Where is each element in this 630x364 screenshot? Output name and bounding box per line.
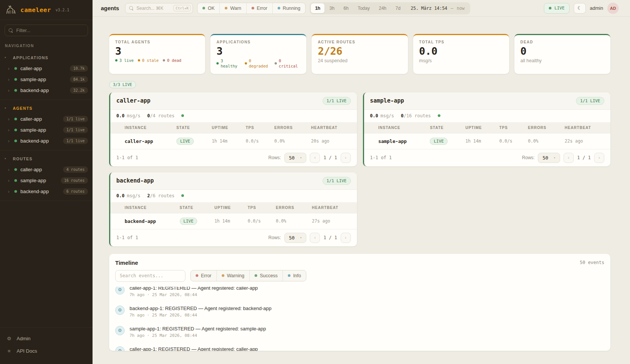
stat-value: 0.0 [419, 45, 503, 57]
timeline-filter-label: Info [293, 273, 301, 278]
timeline-filter-error[interactable]: Error [191, 270, 216, 281]
timeline-event[interactable]: ⚙ backend-app-1: REGISTERED — Agent regi… [115, 301, 604, 322]
next-page-button[interactable]: › [341, 153, 351, 163]
cell-heartbeat: 20s ago [308, 133, 357, 149]
next-page-button[interactable]: › [341, 233, 351, 243]
event-timestamp: 7h ago · 25 Mar 2026, 08:44 [130, 333, 266, 338]
gray-dot [163, 59, 165, 61]
sidebar-item-backend-app[interactable]: › backend-app 1/1 live [0, 135, 93, 146]
timeline-filter-warning[interactable]: Warning [216, 270, 249, 281]
next-page-button[interactable]: › [594, 153, 604, 163]
state-badge: LIVE [176, 138, 194, 145]
sidebar-item-api-docs[interactable]: ≡ API Docs [0, 345, 93, 357]
rows-per-page-select[interactable]: 50 ▾ [284, 153, 306, 163]
live-count-badge: 1/1 LIVE [323, 177, 351, 185]
page-indicator: 1 / 1 [323, 235, 337, 240]
green-dot [216, 62, 219, 65]
item-label: caller-app [20, 116, 42, 122]
time-range-6h[interactable]: 6h [340, 3, 353, 13]
status-filter-error[interactable]: Error [246, 3, 272, 14]
search-icon [9, 28, 13, 33]
item-label: backend-app [20, 88, 49, 93]
sidebar-item-backend-app[interactable]: › backend-app 32.2k [0, 85, 93, 96]
live-count-badge: 1/1 LIVE [323, 97, 351, 105]
prev-page-button[interactable]: ‹ [310, 153, 320, 163]
section-header-routes[interactable]: ▾ ROUTES [0, 154, 93, 164]
section-header-applications[interactable]: ▾ APPLICATIONS [0, 52, 93, 63]
chevron-right-icon: › [599, 155, 600, 160]
cell-uptime: 1h 14m [462, 133, 496, 149]
time-range-today[interactable]: Today [354, 3, 374, 13]
time-range-7d[interactable]: 7d [391, 3, 405, 13]
gray-dot [275, 62, 277, 65]
sidebar-section-routes: ▾ ROUTES › caller-app 4 routes › sample-… [0, 151, 93, 201]
routes-used: 0 [401, 113, 403, 118]
event-title: sample-app-1: REGISTERED — Agent registe… [130, 326, 266, 332]
status-filter-warn[interactable]: Warn [219, 3, 246, 14]
avatar[interactable]: AD [607, 3, 619, 14]
global-search-input[interactable] [136, 6, 169, 11]
chevron-left-icon: ‹ [314, 235, 316, 240]
time-range-24h[interactable]: 24h [375, 3, 391, 13]
search-shortcut-kbd: Ctrl+K [173, 5, 191, 11]
time-to: now [457, 6, 465, 11]
rows-per-page-select[interactable]: 50 ▾ [284, 233, 306, 243]
row-range: 1-1 of 1 [116, 155, 138, 160]
sidebar-item-sample-app[interactable]: › sample-app 16 routes [0, 175, 93, 186]
column-errors: ERRORS [273, 202, 309, 213]
timeline-event[interactable]: ⚙ sample-app-1: REGISTERED — Agent regis… [115, 322, 604, 342]
error-status-dot [252, 7, 254, 9]
time-from: 25. März 14:54 [411, 6, 447, 11]
section-header-agents[interactable]: ▾ AGENTS [0, 103, 93, 114]
routes-used: 0 [147, 113, 150, 118]
table-row[interactable]: caller-app LIVE 1h 14m 0.0/s 0.0% 20s ag… [110, 133, 357, 149]
sidebar-item-caller-app[interactable]: › caller-app 1/1 live [0, 114, 93, 124]
stat-value: 3 [115, 45, 199, 57]
routes-total: /4 routes [150, 113, 174, 118]
rows-per-page-select[interactable]: 50 ▾ [538, 153, 560, 163]
timeline-event-list[interactable]: ⚙ caller-app-1: REGISTERED — Agent regis… [109, 287, 610, 351]
column-tps: TPS [245, 202, 273, 213]
sidebar-item-sample-app[interactable]: › sample-app 1/1 live [0, 124, 93, 135]
timeline-search-input[interactable] [120, 273, 181, 278]
column-tps: TPS [242, 122, 271, 134]
routes-used: 2 [147, 193, 150, 198]
caret-down-icon: ▾ [5, 157, 6, 160]
rows-value: 50 [542, 155, 548, 161]
sidebar-item-backend-app[interactable]: › backend-app 6 routes [0, 186, 93, 197]
item-label: caller-app [20, 167, 42, 172]
timeline-event[interactable]: ⚙ caller-app-1: REGISTERED — Agent regis… [115, 342, 604, 351]
theme-toggle-button[interactable]: ☾ [574, 3, 586, 14]
status-filter-ok[interactable]: OK [198, 3, 219, 14]
sidebar-item-admin[interactable]: ⚙ Admin [0, 332, 93, 345]
success-status-dot [255, 274, 257, 277]
stat-card-active-routes: ACTIVE ROUTES 2/26 24 suspended [312, 34, 408, 74]
navigation-label: NAVIGATION [0, 38, 93, 49]
item-label: sample-app [20, 127, 46, 133]
stat-subtext: all healthy [520, 58, 604, 63]
global-search-field: Ctrl+K [125, 3, 193, 14]
table-row[interactable]: backend-app LIVE 1h 14m 0.0/s 0.0% 27s a… [110, 213, 357, 229]
column-state: STATE [177, 202, 212, 213]
sidebar-filter-input[interactable] [16, 28, 84, 33]
agent-card-stats: 0.0 msg/s 0 /4 routes [110, 110, 357, 122]
sidebar-item-sample-app[interactable]: › sample-app 84.1k [0, 74, 93, 85]
time-range-3h[interactable]: 3h [325, 3, 338, 13]
timeline-filter-info[interactable]: Info [283, 270, 306, 281]
prev-page-button[interactable]: ‹ [310, 233, 320, 243]
stat-sub-critical: 0 critical [275, 58, 300, 69]
status-dot [14, 67, 17, 70]
timeline-event[interactable]: ⚙ caller-app-1: REGISTERED — Agent regis… [115, 287, 604, 301]
sidebar-item-caller-app[interactable]: › caller-app 10.7k [0, 63, 93, 74]
ok-status-dot [202, 7, 205, 9]
status-filter-running[interactable]: Running [272, 3, 306, 14]
time-range-1h[interactable]: 1h [311, 3, 324, 13]
time-range-group: 1h 3h 6h Today 24h 7d 25. März 14:54 — n… [310, 2, 470, 14]
cell-errors: 0.0% [271, 133, 308, 149]
sidebar-item-caller-app[interactable]: › caller-app 4 routes [0, 164, 93, 175]
prev-page-button[interactable]: ‹ [564, 153, 574, 163]
timeline-filter-success[interactable]: Success [249, 270, 283, 281]
live-status-badge: LIVE [544, 3, 570, 14]
table-footer: 1-1 of 1 Rows: 50 ▾ ‹ 1 / 1 › [110, 229, 357, 246]
table-row[interactable]: sample-app LIVE 1h 14m 0.0/s 0.0% 22s ag… [364, 133, 611, 149]
